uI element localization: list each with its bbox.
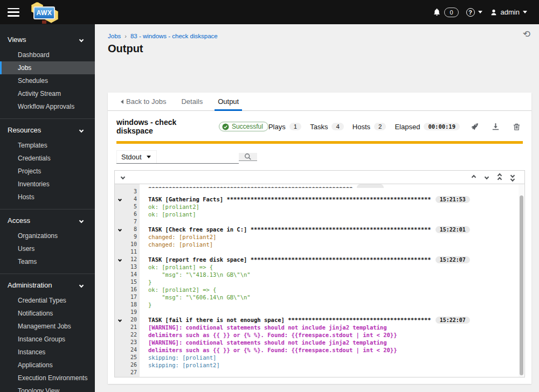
sidebar-item-templates[interactable]: Templates [0, 139, 95, 152]
line-gutter[interactable]: 13 [115, 263, 140, 271]
expand-toggle[interactable] [115, 228, 125, 231]
line-gutter[interactable]: 25 [115, 354, 140, 361]
ansi-segment: changed: [proliant2] [148, 234, 216, 240]
line-gutter[interactable]: 20 [115, 316, 140, 324]
sidebar-item-teams[interactable]: Teams [0, 255, 95, 268]
sidebar-item-instances[interactable]: Instances [0, 346, 95, 359]
line-number: 18 [125, 301, 140, 309]
chevron-down-icon [121, 175, 125, 179]
sidebar-section-header-resources[interactable]: Resources [0, 121, 95, 139]
download-output-button[interactable] [489, 123, 502, 131]
console-line: 18} [115, 301, 524, 309]
line-gutter[interactable]: 22 [115, 331, 140, 339]
user-icon [490, 9, 497, 16]
line-gutter[interactable]: 24 [115, 346, 140, 354]
sidebar-item-organizations[interactable]: Organizations [0, 229, 95, 242]
line-text: "msg": "\"606.14\n GB\"\n" [140, 293, 251, 301]
scroll-top-button[interactable] [493, 174, 506, 181]
line-gutter[interactable]: 5 [115, 203, 140, 211]
awx-logo[interactable]: AWX [28, 2, 60, 24]
line-gutter[interactable] [115, 184, 140, 188]
line-gutter[interactable]: 23 [115, 339, 140, 346]
line-gutter[interactable]: 10 [115, 241, 140, 248]
line-gutter[interactable]: 11 [115, 248, 140, 256]
user-menu-button[interactable]: admin [490, 8, 527, 16]
sidebar-item-topology-view[interactable]: Topology View [0, 384, 95, 392]
line-gutter[interactable]: 17 [115, 293, 140, 301]
line-gutter[interactable]: 3 [115, 188, 140, 195]
line-gutter[interactable]: 8 [115, 226, 140, 233]
breadcrumb-link[interactable]: Jobs [108, 33, 121, 39]
line-gutter[interactable]: 15 [115, 278, 140, 286]
line-gutter[interactable]: 7 [115, 218, 140, 226]
breadcrumb-link[interactable]: 83 - windows - check diskspace [130, 33, 218, 39]
line-number: 28 [125, 376, 140, 377]
tab-details[interactable]: Details [174, 93, 210, 110]
page-header: Jobs›83 - windows - check diskspace Outp… [95, 24, 539, 55]
search-button[interactable] [239, 153, 257, 161]
sidebar-section-header-access[interactable]: Access [0, 212, 95, 229]
delete-job-button[interactable] [510, 123, 523, 131]
job-stats: Plays1Tasks4Hosts2Elapsed00:00:19 [268, 123, 523, 131]
sidebar-item-credentials[interactable]: Credentials [0, 152, 95, 165]
notifications-button[interactable]: 0 [433, 8, 458, 17]
line-text: skipping: [proliant2] [140, 361, 220, 369]
stat-value-badge: 1 [289, 123, 301, 130]
line-gutter[interactable]: 12 [115, 256, 140, 263]
sidebar-item-management-jobs[interactable]: Management Jobs [0, 320, 95, 333]
line-gutter[interactable]: 4 [115, 195, 140, 203]
line-gutter[interactable]: 9 [115, 233, 140, 241]
help-menu-button[interactable] [466, 8, 482, 17]
scrollbar-thumb[interactable] [520, 195, 523, 375]
sidebar-item-instance-groups[interactable]: Instance Groups [0, 333, 95, 346]
sidebar-section-header-administration[interactable]: Administration [0, 276, 95, 294]
expand-toggle[interactable] [115, 258, 125, 261]
sidebar-item-hosts[interactable]: Hosts [0, 191, 95, 204]
scroll-bottom-button[interactable] [506, 174, 519, 181]
sidebar-item-activity-stream[interactable]: Activity Stream [0, 87, 95, 100]
sidebar-section-header-views[interactable]: Views [0, 31, 95, 48]
sidebar-item-workflow-approvals[interactable]: Workflow Approvals [0, 100, 95, 113]
line-gutter[interactable]: 14 [115, 271, 140, 278]
line-gutter[interactable]: 21 [115, 324, 140, 331]
sidebar-section: ViewsDashboardJobsSchedulesActivity Stre… [0, 29, 95, 119]
scroll-previous-button[interactable] [467, 176, 480, 179]
search-input[interactable] [157, 150, 239, 163]
console-scrollbar[interactable] [519, 184, 524, 377]
job-stat-elapsed: Elapsed00:00:19 [395, 123, 460, 131]
line-gutter[interactable]: 18 [115, 301, 140, 309]
expand-toggle[interactable] [115, 198, 125, 201]
sidebar-item-users[interactable]: Users [0, 242, 95, 255]
sidebar-item-dashboard[interactable]: Dashboard [0, 48, 95, 61]
sidebar-item-jobs[interactable]: Jobs [0, 61, 95, 74]
caret-left-icon [121, 100, 123, 104]
sidebar-item-inventories[interactable]: Inventories [0, 178, 95, 191]
line-gutter[interactable]: 27 [115, 369, 140, 376]
refresh-history-button[interactable]: ⟲ [523, 30, 530, 39]
relaunch-button[interactable] [468, 123, 481, 131]
ansi-segment: [WARNING]: conditional statements should… [148, 339, 387, 346]
sidebar-item-projects[interactable]: Projects [0, 165, 95, 178]
line-gutter[interactable]: 19 [115, 309, 140, 316]
scroll-next-button[interactable] [480, 176, 493, 179]
sidebar-item-notifications[interactable]: Notifications [0, 307, 95, 320]
tab-output[interactable]: Output [210, 93, 246, 110]
timestamp-badge: 15:22:01 [436, 226, 470, 233]
sidebar-item-schedules[interactable]: Schedules [0, 74, 95, 87]
line-gutter[interactable]: 6 [115, 211, 140, 218]
line-gutter[interactable]: 28 [115, 376, 140, 377]
line-number: 13 [125, 263, 140, 271]
line-gutter[interactable]: 16 [115, 286, 140, 293]
sidebar-item-applications[interactable]: Applications [0, 359, 95, 372]
expand-toggle[interactable] [115, 319, 125, 321]
expand-all-button[interactable] [120, 176, 129, 179]
line-gutter[interactable]: 26 [115, 361, 140, 369]
stdout-filter-select[interactable]: Stdout [116, 150, 157, 163]
timestamp-badge: 15:21:53 [436, 196, 470, 203]
menu-toggle-icon[interactable] [8, 8, 19, 17]
sidebar-item-execution-environments[interactable]: Execution Environments [0, 372, 95, 384]
ansi-segment: PLAY RECAP *****************************… [148, 377, 431, 377]
line-number: 4 [125, 195, 140, 203]
sidebar-item-credential-types[interactable]: Credential Types [0, 294, 95, 307]
tab-back-to-jobs[interactable]: Back to Jobs [113, 93, 174, 110]
